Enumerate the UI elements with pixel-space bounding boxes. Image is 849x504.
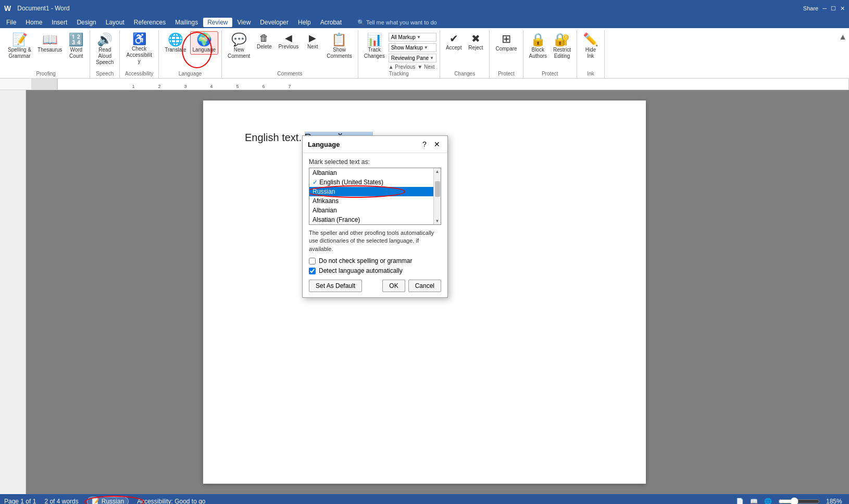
menu-design[interactable]: Design [72,18,100,27]
check-accessibility-button[interactable]: ♿ CheckAccessibility [123,31,155,66]
menu-insert[interactable]: Insert [47,18,71,27]
translate-icon: 🌐 [168,33,183,46]
compare-button[interactable]: ⊞ Compare [493,31,519,54]
delete-comment-button[interactable]: 🗑 Delete [254,31,274,52]
show-comments-button[interactable]: 📋 ShowComments [324,31,354,61]
ribbon-group-comments: 💬 NewComment 🗑 Delete ◀ Previous ▶ Next … [222,30,358,78]
lang-item-alsatian[interactable]: Alsatian (France) [309,215,441,224]
lang-item-english[interactable]: English (United States) [309,178,441,187]
lang-item-albanian-top[interactable]: Albanian [309,168,441,178]
close-button[interactable]: ✕ [840,5,845,12]
search-bar[interactable]: 🔍 Tell me what you want to do [357,19,437,26]
hide-ink-button[interactable]: ✏️ HideInk [580,31,601,61]
nospell-checkbox[interactable] [309,258,316,264]
translate-button[interactable]: 🌐 Translate [162,31,189,55]
ribbon-group-proofing: 📝 Spelling &Grammar 📖 Thesaurus 🔢 WordCo… [2,30,90,78]
ruler-inner: 1 2 3 4 5 6 7 [57,79,849,90]
maximize-button[interactable]: ☐ [831,5,836,12]
view-mode-print[interactable]: 📄 [736,498,744,504]
dialog-help-button[interactable]: ? [419,139,430,149]
left-margin-ruler [0,90,26,494]
scrollbar-thumb[interactable] [435,181,440,197]
all-markup-dropdown[interactable]: All Markup ▼ [389,33,436,42]
language-status-icon: 📝 [92,498,99,504]
word-count-status[interactable]: 2 of 4 words [44,498,78,504]
accessibility-status[interactable]: Accessibility: Good to go [137,498,205,504]
zoom-slider[interactable] [778,497,820,504]
page-info-status[interactable]: Page 1 of 1 [4,498,36,504]
track-next-button[interactable]: ▼ Next [417,64,434,70]
language-button[interactable]: 🌍 Language [190,31,219,55]
word-icon: W [4,4,11,12]
set-as-default-button[interactable]: Set As Default [309,280,362,292]
thesaurus-button[interactable]: 📖 Thesaurus [35,31,65,55]
language-items: 🌐 Translate 🌍 Language [162,31,218,70]
detectlang-checkbox[interactable] [309,268,316,274]
view-mode-web[interactable]: 🌐 [764,498,772,504]
reject-button[interactable]: ✖ Reject [465,31,486,53]
language-scrollbar[interactable]: ▲ ▼ [433,168,441,224]
menu-acrobat[interactable]: Acrobat [316,18,346,27]
dialog-close-button[interactable]: ✕ [432,139,442,149]
read-aloud-button[interactable]: 🔊 ReadAloudSpeech [93,31,116,67]
restrict-editing-button[interactable]: 🔐 RestrictEditing [551,31,573,61]
track-changes-button[interactable]: 📊 TrackChanges [361,31,388,61]
menu-developer[interactable]: Developer [256,18,293,27]
dialog-note: The speller and other proofing tools aut… [309,229,441,253]
ruler: 1 2 3 4 5 6 7 [0,79,849,90]
show-markup-arrow: ▼ [424,45,428,50]
lang-item-amharic[interactable]: Amharic [309,224,441,225]
compare-items: ⊞ Compare [493,31,519,70]
reviewing-pane-button[interactable]: Reviewing Pane ▼ [389,54,436,62]
ok-button[interactable]: OK [382,280,405,292]
share-button[interactable]: Share [803,5,818,11]
menu-references[interactable]: References [130,18,170,27]
menu-mailings[interactable]: Mailings [171,18,202,27]
changes-label: Changes [443,70,486,78]
track-previous-button[interactable]: ▲ Previous [389,64,416,70]
menu-layout[interactable]: Layout [102,18,129,27]
minimize-button[interactable]: ─ [822,5,827,11]
comments-items: 💬 NewComment 🗑 Delete ◀ Previous ▶ Next … [225,31,355,70]
scroll-up-arrow[interactable]: ▲ [435,169,440,174]
language-status-container: 📝 Russian [87,497,129,504]
ribbon-collapse[interactable]: ▲ [839,30,847,78]
view-mode-read[interactable]: 📖 [750,498,758,504]
word-count-button[interactable]: 🔢 WordCount [66,31,86,61]
dialog-section-label: Mark selected text as: [309,158,441,166]
previous-comment-button[interactable]: ◀ Previous [276,31,301,52]
lang-item-russian[interactable]: Russian [309,187,441,196]
lang-item-albanian[interactable]: Albanian [309,206,441,215]
accept-button[interactable]: ✔ Accept [443,31,465,53]
menu-help[interactable]: Help [294,18,315,27]
collapse-icon[interactable]: ▲ [839,32,847,42]
cancel-button[interactable]: Cancel [408,280,441,292]
speech-label: Speech [93,70,116,78]
menu-review[interactable]: Review [203,18,232,27]
next-comment-button[interactable]: ▶ Next [302,31,323,52]
scroll-down-arrow[interactable]: ▼ [435,219,440,223]
spelling-grammar-button[interactable]: 📝 Spelling &Grammar [5,31,34,61]
menu-view[interactable]: View [233,18,255,27]
zoom-level[interactable]: 185% [826,498,845,504]
status-right: 📄 📖 🌐 185% [736,497,845,504]
language-dialog[interactable]: Language ? ✕ Mark selected text as: Alba… [302,135,448,298]
track-changes-icon: 📊 [367,33,382,46]
dropdown-arrow: ▼ [417,35,421,40]
restrict-editing-icon: 🔐 [554,33,570,46]
show-markup-button[interactable]: Show Markup ▼ [389,43,436,52]
language-list-container[interactable]: Albanian English (United States) Russian… [309,168,441,225]
block-authors-button[interactable]: 🔒 BlockAuthors [527,31,550,61]
delete-icon: 🗑 [259,33,269,43]
menu-file[interactable]: File [2,18,20,27]
new-comment-button[interactable]: 💬 NewComment [225,31,253,61]
detectlang-label: Detect language automatically [319,267,403,274]
protect-label: Protect [527,70,573,78]
menu-home[interactable]: Home [21,18,46,27]
language-status[interactable]: 📝 Russian [87,497,129,504]
russian-oval [309,185,405,198]
word-count-icon: 🔢 [68,33,84,46]
lang-item-afrikaans[interactable]: Afrikaans [309,196,441,206]
thesaurus-icon: 📖 [42,33,58,46]
language-list: Albanian English (United States) Russian… [309,168,441,225]
